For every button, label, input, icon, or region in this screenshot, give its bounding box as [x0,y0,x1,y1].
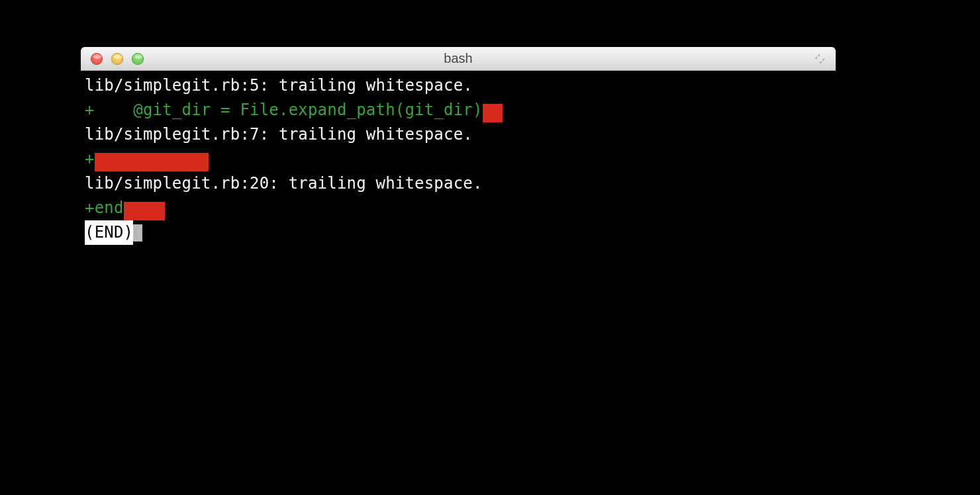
diff-plus: + [85,150,95,168]
terminal-line: lib/simplegit.rb:7: trailing whitespace. [85,122,832,147]
terminal-output[interactable]: lib/simplegit.rb:5: trailing whitespace.… [81,71,836,471]
window-titlebar[interactable]: bash [81,47,836,71]
terminal-window: bash lib/simplegit.rb:5: trailing whites… [81,47,836,471]
window-title: bash [81,51,836,66]
cursor [133,224,142,242]
fullscreen-icon[interactable] [813,52,826,66]
trailing-whitespace-highlight [124,202,165,220]
pager-end-marker: (END) [85,220,133,245]
zoom-button[interactable] [132,53,144,65]
diff-added-text: @git_dir = File.expand_path(git_dir) [95,101,483,119]
terminal-line: +end [85,196,832,220]
diff-message: lib/simplegit.rb:20: trailing whitespace… [85,174,483,193]
diff-plus: + [85,199,95,217]
traffic-lights [81,53,144,65]
terminal-line: + @git_dir = File.expand_path(git_dir) [85,98,832,122]
minimize-button[interactable] [111,53,123,65]
close-button[interactable] [91,53,103,65]
trailing-whitespace-highlight [95,153,209,171]
diff-message: lib/simplegit.rb:7: trailing whitespace. [85,125,473,144]
pager-end-line: (END) [85,220,832,245]
diff-plus: + [85,101,95,119]
diff-added-text: end [95,199,124,217]
terminal-line: lib/simplegit.rb:20: trailing whitespace… [85,171,832,196]
trailing-whitespace-highlight [483,104,503,122]
diff-message: lib/simplegit.rb:5: trailing whitespace. [85,76,473,95]
terminal-line: lib/simplegit.rb:5: trailing whitespace. [85,73,832,98]
terminal-line: + [85,147,832,171]
